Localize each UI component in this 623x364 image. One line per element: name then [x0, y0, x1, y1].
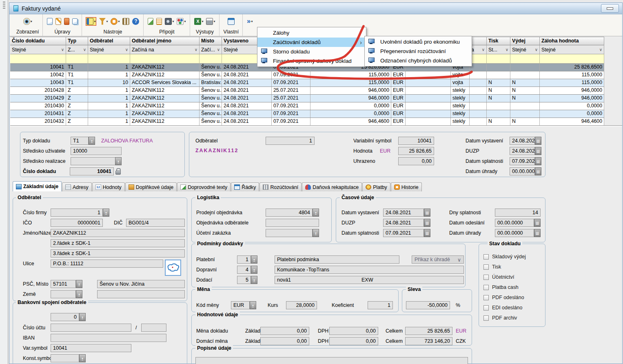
duzp-field[interactable]: 24.08.2021: [510, 147, 535, 155]
zaklad1-field[interactable]: 0,00: [260, 327, 309, 335]
table-cell[interactable]: [487, 64, 510, 71]
zaklad2-field[interactable]: 0,00: [260, 337, 309, 345]
table-cell[interactable]: N: [510, 118, 540, 125]
casove-datum-uhrady-field[interactable]: 00.00.0000: [495, 229, 534, 237]
ucetni-zakazka-spin[interactable]: ▾: [313, 229, 319, 237]
sliders-button[interactable]: [122, 18, 130, 25]
table-cell[interactable]: [406, 118, 451, 125]
hodnota-field[interactable]: 25 826,65: [398, 147, 434, 155]
column-header-Odběratel[interactable]: Odběratel: [88, 37, 130, 45]
camera-button[interactable]: ▾: [164, 18, 174, 25]
table-cell[interactable]: [487, 110, 510, 118]
tab-platby[interactable]: Platby: [362, 182, 390, 191]
table-cell[interactable]: T1: [66, 79, 88, 87]
checkbox-pdf-odesl-no[interactable]: PDF odesláno: [483, 295, 524, 300]
casove-datum-vystaveni-field[interactable]: 24.08.2021: [383, 209, 424, 217]
delete-doc-button[interactable]: [64, 18, 70, 25]
table-cell[interactable]: ZAKAZNIK112: [130, 110, 200, 118]
table-cell[interactable]: N: [487, 79, 510, 87]
table-cell[interactable]: [510, 110, 540, 118]
table-cell[interactable]: Šenov u...: [200, 102, 222, 110]
table-cell[interactable]: 1: [88, 87, 130, 94]
filter-cell-11[interactable]: a∨: [470, 45, 487, 54]
tab-adresy[interactable]: Adresy: [62, 182, 92, 191]
datum-splatnosti-calendar-icon[interactable]: ▦: [535, 157, 541, 165]
menu-item-z-lohy[interactable]: Zálohy: [257, 28, 366, 38]
table-cell[interactable]: 10042: [10, 71, 66, 79]
casove-duzp-calendar-icon[interactable]: ▦: [424, 219, 430, 227]
table-cell[interactable]: 07.09.2021: [272, 102, 310, 110]
checkbox-box[interactable]: [483, 264, 489, 270]
checkbox-box[interactable]: [483, 254, 489, 260]
platebni-text-field[interactable]: Platebni podminka: [275, 255, 399, 264]
table-cell[interactable]: 2010431: [10, 110, 66, 118]
table-cell[interactable]: 946,0000: [540, 87, 604, 94]
view-eye-button[interactable]: ▾: [23, 18, 33, 25]
column-header-Typ[interactable]: Typ: [66, 37, 88, 45]
table-cell[interactable]: EUR: [391, 71, 406, 79]
tab-da-ov-rekapitulace[interactable]: Daňová rekapitulace: [302, 182, 362, 191]
cislo-firmy-spin[interactable]: ▾: [103, 209, 109, 217]
table-cell[interactable]: 1: [88, 64, 130, 71]
table-cell[interactable]: 25.07.2021: [272, 95, 310, 102]
konst-symbol-field[interactable]: [51, 354, 79, 362]
sleva-field[interactable]: -50,0000: [406, 301, 450, 309]
table-cell[interactable]: ZAKAZNIK112: [130, 87, 200, 94]
jmeno-field[interactable]: ZAKAZNIK112: [51, 229, 185, 237]
table-cell[interactable]: [470, 110, 487, 118]
checkbox-box[interactable]: [483, 285, 489, 290]
filter-cell-Odběratel jméno[interactable]: Začíná na∨: [130, 45, 200, 54]
table-cell[interactable]: Z: [66, 102, 88, 110]
table-cell[interactable]: [510, 64, 540, 71]
table-cell[interactable]: [470, 64, 487, 71]
iban-field[interactable]: [51, 334, 166, 342]
table-cell[interactable]: ACCOR Services Slovakia ...: [130, 79, 200, 87]
table-row-2010432[interactable]: 2010432Z1ZAKAZNIK112Šenov u...24.08.2021…: [10, 118, 604, 126]
datum-vystaveni-field[interactable]: 24.08.2021: [510, 137, 535, 145]
tab-dopl-kov-daje[interactable]: Doplňkové údaje: [125, 182, 177, 191]
ico-field[interactable]: 00000001: [51, 219, 103, 227]
table-cell[interactable]: 2010430: [10, 102, 66, 110]
platebni-kod-field[interactable]: 1: [237, 255, 251, 264]
table-cell[interactable]: [487, 71, 510, 79]
datum-odeslani-calendar-icon[interactable]: ▦: [534, 219, 541, 227]
datum-uhrady-calendar-icon[interactable]: ▦: [535, 167, 541, 175]
table-cell[interactable]: [406, 87, 451, 94]
datum-splatnosti-field[interactable]: 07.09.2021: [510, 157, 535, 165]
filter-input-cell[interactable]: [88, 54, 130, 64]
jmeno-radek2-field[interactable]: 2.řádek z SDK-1: [51, 239, 185, 247]
new-doc-button[interactable]: [47, 18, 53, 25]
table-cell[interactable]: [470, 102, 487, 110]
table-cell[interactable]: ZAKAZNIK112: [130, 71, 200, 79]
table-cell[interactable]: 2010428: [10, 87, 66, 94]
table-cell[interactable]: Šenov u...: [200, 95, 222, 102]
stredisko-realizace-spin[interactable]: ▾: [115, 157, 122, 165]
checkbox-pdf-archiv[interactable]: PDF archiv: [483, 315, 517, 321]
table-cell[interactable]: stekly: [451, 102, 470, 110]
filter-input-cell[interactable]: [487, 54, 510, 64]
table-row-10042[interactable]: 10042T11ZAKAZNIK112Šenov u...24.08.20210…: [10, 71, 604, 79]
checkbox-box[interactable]: [483, 295, 489, 300]
table-cell[interactable]: Z: [66, 110, 88, 118]
table-cell[interactable]: 25.07.2021: [272, 87, 310, 94]
table-cell[interactable]: 946,4600: [310, 118, 391, 125]
filter-cell-Číslo dokladu[interactable]: Stejné∨: [10, 45, 66, 54]
table-cell[interactable]: [487, 102, 510, 110]
menu-item-za-tov-n-doklad-[interactable]: Zaúčtování dokladů›: [257, 38, 366, 47]
filter-cell-Místo[interactable]: Začí...∨: [200, 45, 222, 54]
jmeno-radek3-field[interactable]: 3.řádek z SDK-1: [51, 249, 185, 257]
table-cell[interactable]: 115,0000: [540, 79, 604, 87]
table-cell[interactable]: [470, 95, 487, 102]
table-cell[interactable]: [406, 102, 451, 110]
checkbox-box[interactable]: [483, 305, 489, 311]
table-cell[interactable]: stekly: [451, 87, 470, 94]
column-header-Výdej[interactable]: Výdej: [510, 37, 540, 45]
table-cell[interactable]: 24.08.2021: [222, 87, 272, 94]
misto-field[interactable]: Šenov u Nov. Jičína: [97, 280, 185, 288]
table-cell[interactable]: 2010429: [10, 95, 66, 102]
table-cell[interactable]: 24.08.2021: [222, 102, 272, 110]
column-header-Číslo dokladu[interactable]: Číslo dokladu: [10, 37, 66, 45]
datum-uhrady-field[interactable]: 00.00.0000: [510, 167, 535, 175]
casove-datum-splatnosti-calendar-icon[interactable]: ▦: [424, 229, 430, 237]
edit-doc-button[interactable]: [55, 18, 62, 25]
